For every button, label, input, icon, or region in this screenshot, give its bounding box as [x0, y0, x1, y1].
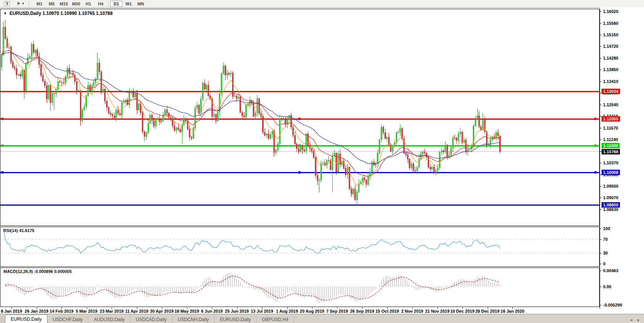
candle-body: [99, 63, 100, 72]
candle-body: [460, 132, 461, 134]
hline-handle[interactable]: [594, 171, 597, 174]
candle-body: [189, 129, 190, 137]
candle-body: [480, 127, 481, 130]
candle-body: [443, 151, 444, 152]
price-badge-1.10788: 1.10788: [602, 149, 620, 154]
candle-body: [166, 110, 168, 113]
macd-label: 0.00463: [603, 268, 618, 273]
collapse-icon[interactable]: ▼: [3, 11, 7, 15]
hline-handle[interactable]: [298, 118, 301, 120]
candle-body: [249, 101, 250, 106]
rsi-pane[interactable]: RSI(14) 41.6175: [0, 227, 600, 267]
hline-handle[interactable]: [298, 171, 301, 174]
candle-body: [230, 73, 231, 75]
candle-body: [50, 85, 51, 102]
candle-body: [385, 133, 386, 138]
candle-body: [264, 132, 265, 135]
candle-body: [300, 146, 301, 152]
tab-usdcad-daily[interactable]: USDCAD,Daily: [130, 316, 172, 323]
candle-body: [44, 81, 46, 86]
candle-body: [392, 146, 393, 151]
price-label: 1.09070: [603, 195, 618, 200]
candle-body: [351, 189, 352, 194]
price-label: 1.09500: [603, 184, 618, 188]
candle-body: [433, 167, 434, 173]
candle-body: [304, 150, 305, 151]
candle-body: [217, 112, 218, 121]
candle-body: [110, 113, 111, 115]
hline-handle[interactable]: [1, 144, 3, 147]
date-label: 26 Sep 2019: [350, 309, 374, 313]
candle-body: [112, 114, 113, 116]
candle-body: [200, 99, 202, 114]
candle-body: [80, 91, 81, 121]
hline-handle[interactable]: [594, 144, 597, 147]
tab-usdcnh-daily[interactable]: USDCNH,Daily: [172, 316, 215, 323]
arrange-windows-button[interactable]: ❖ ▼: [15, 1, 25, 7]
tab-scroll-right-icon[interactable]: ►: [637, 318, 640, 322]
candle-body: [377, 153, 378, 163]
candle-body: [91, 86, 93, 91]
hline-handle[interactable]: [1, 171, 3, 174]
macd-plot[interactable]: [0, 268, 599, 307]
candle-body: [413, 164, 414, 170]
candle-body: [18, 74, 19, 75]
candle-body: [431, 167, 433, 169]
candle-body: [353, 189, 354, 194]
hline-handle[interactable]: [594, 118, 597, 120]
price-axis[interactable]: 1.160201.155801.151501.147201.142801.138…: [600, 7, 644, 314]
timeframe-button-h4[interactable]: H4: [94, 1, 107, 7]
candle-body: [93, 82, 94, 86]
timeframe-button-m30[interactable]: M30: [70, 1, 82, 7]
tab-gbpusd-h4[interactable]: GBPUSD,H4: [257, 316, 294, 323]
candle-body: [142, 113, 143, 131]
date-label: 26 Jan 2019: [25, 309, 49, 313]
rsi-plot[interactable]: [0, 227, 599, 266]
price-label: 1.10370: [603, 161, 618, 165]
timeframe-button-d1[interactable]: D1: [110, 1, 122, 7]
timeframe-button-w1[interactable]: W1: [122, 1, 135, 7]
candle-body: [59, 82, 60, 82]
candle-body: [33, 44, 34, 53]
timeframe-button-h1[interactable]: H1: [82, 1, 94, 7]
candle-body: [445, 145, 446, 152]
timeframe-button-m1[interactable]: M1: [33, 1, 46, 7]
tab-eurusd-daily[interactable]: EURUSD,Daily: [215, 316, 257, 323]
price-pane[interactable]: ▼ EURUSD,Daily 1.10970 1.10990 1.10765 1…: [0, 9, 600, 226]
candle-body: [119, 113, 120, 115]
chart-tabs: EURUSD,DailyUSDCHF,DailyAUDUSD,DailyUSDC…: [5, 315, 294, 323]
macd-pane[interactable]: MACD(12,26,9) -0.000896 0.000005: [0, 268, 600, 307]
candlestick-plot[interactable]: [0, 9, 599, 226]
date-label: 20 Aug 2019: [300, 309, 324, 313]
timeframe-button-m5[interactable]: M5: [46, 1, 58, 7]
candle-body: [396, 133, 397, 143]
candle-body: [148, 123, 149, 133]
candle-body: [24, 70, 25, 91]
timeframe-button-m15[interactable]: M15: [58, 1, 70, 7]
candle-body: [25, 64, 26, 91]
rsi-label: RSI(14) 41.6175: [3, 228, 34, 233]
tab-scroll-left-icon[interactable]: ◄: [629, 318, 633, 322]
price-badge-1.13034: 1.13034: [602, 89, 620, 94]
candle-body: [247, 105, 249, 106]
candle-body: [22, 70, 23, 76]
candle-body: [478, 116, 480, 127]
candle-body: [57, 82, 59, 89]
date-axis[interactable]: 8 Jan 201926 Jan 201914 Feb 20195 Mar 20…: [0, 307, 600, 314]
hline-handle[interactable]: [1, 118, 3, 120]
tab-usdchf-daily[interactable]: USDCHF,Daily: [47, 316, 89, 323]
tab-audusd-daily[interactable]: AUDUSD,Daily: [88, 316, 130, 323]
tab-eurusd-daily[interactable]: EURUSD,Daily: [5, 315, 47, 323]
candle-body: [202, 83, 203, 99]
symbol-ohlc-readout: EURUSD,Daily 1.10970 1.10990 1.10765 1.1…: [10, 11, 113, 16]
text-tool-button[interactable]: T: [3, 1, 11, 7]
candle-body: [415, 170, 416, 171]
candle-body: [364, 178, 365, 180]
date-label: 23 Mar 2019: [100, 309, 124, 313]
candle-body: [102, 89, 104, 92]
timeframe-button-mn[interactable]: MN: [135, 1, 147, 7]
chevron-down-icon[interactable]: ▼: [21, 2, 24, 5]
date-label: 13 Jul 2019: [251, 309, 273, 313]
candle-body: [225, 66, 226, 75]
candle-body: [213, 114, 215, 117]
